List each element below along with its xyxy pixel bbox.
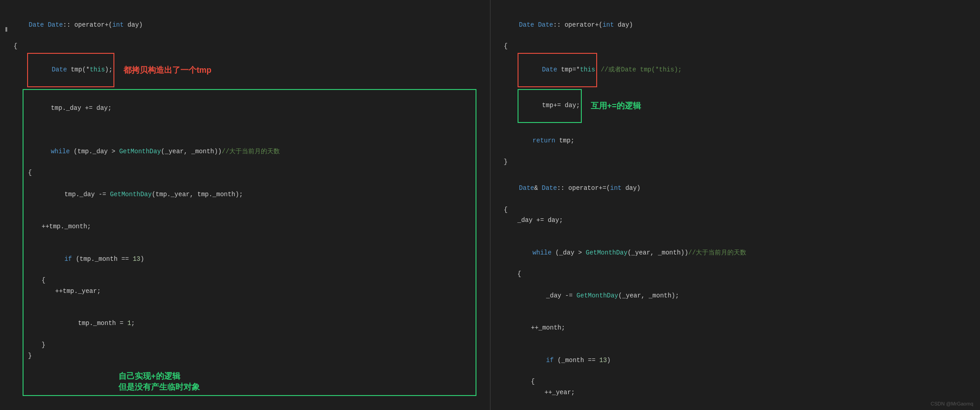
left-green-13: tmp._month = 1; xyxy=(55,308,471,340)
left-green-7: ++tmp._month; xyxy=(42,221,471,232)
right-panel: Date Date:: operator+(int day) { Date tm… xyxy=(490,0,980,410)
left-green-5: tmp._day -= GetMonthDay(tmp._year, tmp._… xyxy=(42,179,471,211)
right-op2-4 xyxy=(504,226,967,237)
right-if-brace: { xyxy=(531,377,967,387)
left-green-9: if (tmp._month == 13) xyxy=(42,243,471,275)
left-green-11: ++tmp._year; xyxy=(55,286,471,297)
left-green-14: } xyxy=(42,340,471,351)
left-green-8 xyxy=(28,232,471,243)
left-annotation-1: 都拷贝构造出了一个tmp xyxy=(123,63,212,77)
left-green-2 xyxy=(28,125,471,136)
right-body2 xyxy=(504,312,967,323)
right-body4 xyxy=(504,334,967,344)
right-if-body2 xyxy=(504,398,967,409)
right-op2-3: _day += day; xyxy=(518,215,967,226)
right-close1: } xyxy=(504,157,967,168)
right-tmp-line: Date tmp=*this //或者Date tmp(*this); xyxy=(518,53,967,87)
right-if: if (_month == 13) xyxy=(531,344,967,377)
left-green-6 xyxy=(28,211,471,221)
right-body1: _day -= GetMonthDay(_year, _month); xyxy=(531,280,967,312)
right-while: while (_day > GetMonthDay(_year, _month)… xyxy=(518,237,967,269)
left-green-1: tmp._day += day; xyxy=(28,93,471,125)
left-line-2: { xyxy=(14,41,476,52)
left-green-ann-2: 但是没有产生临时对象 xyxy=(118,382,471,392)
right-tmp-op-line: tmp+= day; 互用+=的逻辑 xyxy=(518,89,967,123)
left-line-1: Date Date:: operator+(int day) xyxy=(14,9,476,41)
right-red-box-1: Date tmp=*this xyxy=(518,53,597,87)
left-panel: Date Date:: operator+(int day) { Date tm… xyxy=(0,0,490,410)
left-green-3: while (tmp._day > GetMonthDay(_year, _mo… xyxy=(28,136,471,168)
left-green-ann-1: 自己实现+的逻辑 xyxy=(118,371,471,382)
left-green-4: { xyxy=(28,168,471,179)
left-green-15: } xyxy=(28,351,471,362)
left-green-12 xyxy=(28,297,471,308)
right-op2-2: { xyxy=(504,205,967,216)
left-red-box: Date tmp(*this); xyxy=(27,53,114,87)
left-green-annotation: 自己实现+的逻辑 但是没有产生临时对象 xyxy=(118,371,471,392)
right-green-box-1: tmp+= day; xyxy=(518,89,582,123)
right-line-2: { xyxy=(504,41,967,52)
left-green-10: { xyxy=(42,275,471,286)
left-green-section: tmp._day += day; while (tmp._day > GetMo… xyxy=(23,89,476,396)
right-brace1: { xyxy=(518,269,967,280)
right-op2-1: Date& Date:: operator+=(int day) xyxy=(504,172,967,204)
right-if-body1: ++_year; xyxy=(545,387,967,398)
left-return: return tmp; xyxy=(27,398,476,410)
right-body3: ++_month; xyxy=(531,323,967,334)
left-indicator xyxy=(5,27,7,32)
watermark: CSDN @MrGaomq xyxy=(931,401,973,406)
left-tmp-line: Date tmp(*this); 都拷贝构造出了一个tmp xyxy=(27,53,476,87)
right-return-1: return tmp; xyxy=(518,125,967,157)
right-line-1: Date Date:: operator+(int day) xyxy=(504,9,967,41)
right-annotation-1: 互用+=的逻辑 xyxy=(591,99,641,113)
